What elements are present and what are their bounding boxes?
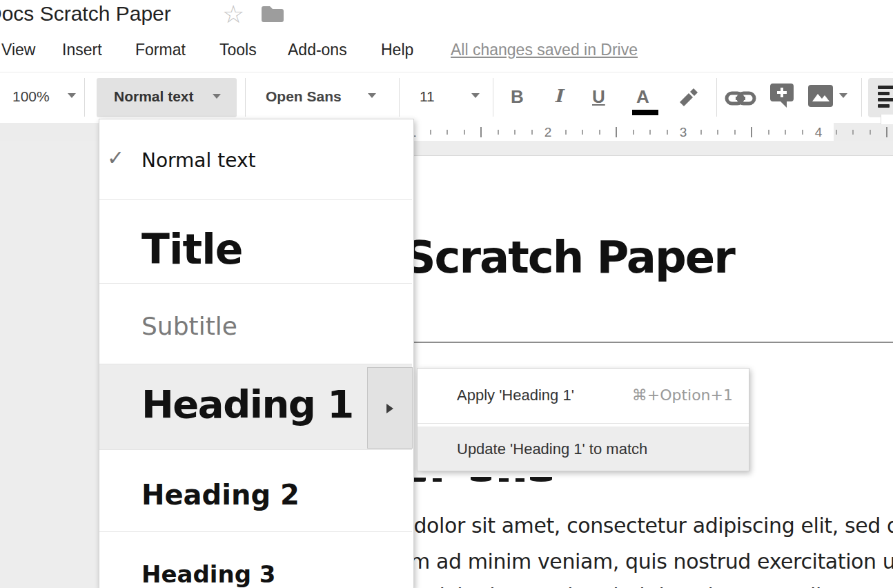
toolbar-separator xyxy=(716,78,717,117)
shortcut-label: ⌘+Option+1 xyxy=(632,386,733,404)
paragraph-style-select[interactable]: Normal text xyxy=(97,78,237,117)
ruler-tick xyxy=(667,130,668,135)
ruler-tick xyxy=(565,130,567,135)
ruler-tick xyxy=(464,130,465,135)
menu-view[interactable]: View xyxy=(1,41,35,59)
align-button[interactable] xyxy=(868,78,893,117)
ruler-tick xyxy=(700,130,702,135)
submenu-arrow-icon xyxy=(386,404,393,413)
paint-format-button[interactable] xyxy=(675,85,701,114)
image-dropdown-arrow-icon[interactable] xyxy=(839,93,847,98)
heading1-submenu-button[interactable] xyxy=(367,367,413,449)
ruler-tick xyxy=(649,130,651,135)
toolbar-separator xyxy=(245,78,246,117)
submenu-item-update[interactable]: Update 'Heading 1' to match xyxy=(418,427,749,471)
menu-item-subtitle[interactable]: Subtitle xyxy=(99,284,412,364)
menu-item-heading3[interactable]: Heading 3 xyxy=(99,532,412,588)
google-docs-window: Docs Scratch Paper ☆ View Insert Format … xyxy=(0,0,893,588)
toolbar-separator xyxy=(861,78,862,117)
menu-format[interactable]: Format xyxy=(135,41,186,59)
ruler-tick xyxy=(802,130,803,135)
ruler-tick xyxy=(531,130,533,135)
paragraph-style-menu: ✓ Normal text Title Subtitle Heading 1 H… xyxy=(99,119,414,588)
align-icon xyxy=(878,86,893,89)
style-dropdown-arrow-icon xyxy=(213,94,221,99)
ruler-tick xyxy=(836,130,837,135)
document-title-field[interactable]: Docs Scratch Paper xyxy=(0,2,171,26)
paragraph-style-value: Normal text xyxy=(114,88,194,105)
submenu-item-apply[interactable]: Apply 'Heading 1' ⌘+Option+1 xyxy=(418,369,749,422)
ruler-number: 2 xyxy=(540,125,556,140)
ruler-tick xyxy=(870,130,871,135)
ruler-number: 4 xyxy=(810,125,827,140)
menu-item-heading1[interactable]: Heading 1 xyxy=(99,364,412,449)
ruler-tick xyxy=(480,127,482,137)
ruler-tick xyxy=(430,130,431,135)
ruler-tick xyxy=(633,130,634,135)
text-color-bar xyxy=(632,110,658,115)
check-icon: ✓ xyxy=(107,146,124,170)
ruler-corner xyxy=(881,115,893,124)
ruler-tick xyxy=(886,127,887,137)
submenu-divider xyxy=(418,423,749,424)
toolbar: 100% Normal text Open Sans 11 B I U A xyxy=(0,72,893,124)
menu-tools[interactable]: Tools xyxy=(219,41,257,59)
toolbar-separator xyxy=(84,78,85,117)
font-size-select[interactable]: 11 xyxy=(420,88,435,105)
insert-image-button[interactable] xyxy=(807,84,834,110)
ruler-tick xyxy=(446,130,448,135)
insert-link-button[interactable] xyxy=(725,90,756,110)
font-select[interactable]: Open Sans xyxy=(266,88,342,105)
zoom-dropdown-arrow-icon[interactable] xyxy=(68,93,76,98)
zoom-select[interactable]: 100% xyxy=(12,88,50,105)
menu-addons[interactable]: Add-ons xyxy=(288,41,347,59)
menu-insert[interactable]: Insert xyxy=(62,41,102,59)
ruler-tick xyxy=(582,130,583,135)
ruler-tick xyxy=(852,130,854,135)
save-status-link[interactable]: All changes saved in Drive xyxy=(451,41,638,59)
insert-comment-button[interactable] xyxy=(769,83,796,115)
ruler-tick xyxy=(514,130,516,135)
ruler-tick xyxy=(751,127,752,137)
font-dropdown-arrow-icon[interactable] xyxy=(368,93,376,98)
bold-button[interactable]: B xyxy=(511,86,524,108)
ruler-tick xyxy=(498,130,499,135)
font-size-dropdown-arrow-icon[interactable] xyxy=(471,93,480,98)
text-color-button[interactable]: A xyxy=(632,82,658,114)
ruler-tick xyxy=(768,130,769,135)
ruler-tick xyxy=(785,130,786,135)
menu-item-normal-text[interactable]: ✓ Normal text xyxy=(99,119,412,199)
menu-help[interactable]: Help xyxy=(381,41,413,59)
menu-item-title[interactable]: Title xyxy=(99,200,412,283)
ruler-tick xyxy=(717,130,718,135)
toolbar-separator xyxy=(493,78,493,117)
ruler-tick xyxy=(734,130,736,135)
star-icon[interactable]: ☆ xyxy=(222,0,244,28)
italic-button[interactable]: I xyxy=(554,86,562,106)
text-color-letter: A xyxy=(636,86,649,108)
heading1-submenu: Apply 'Heading 1' ⌘+Option+1 Update 'Hea… xyxy=(417,368,749,471)
underline-button[interactable]: U xyxy=(592,86,605,108)
menu-item-heading2[interactable]: Heading 2 xyxy=(99,450,412,531)
ruler-tick xyxy=(616,127,617,137)
toolbar-separator xyxy=(399,78,400,117)
folder-icon[interactable] xyxy=(261,5,284,27)
ruler-tick xyxy=(599,130,600,135)
ruler-number: 3 xyxy=(675,125,691,140)
